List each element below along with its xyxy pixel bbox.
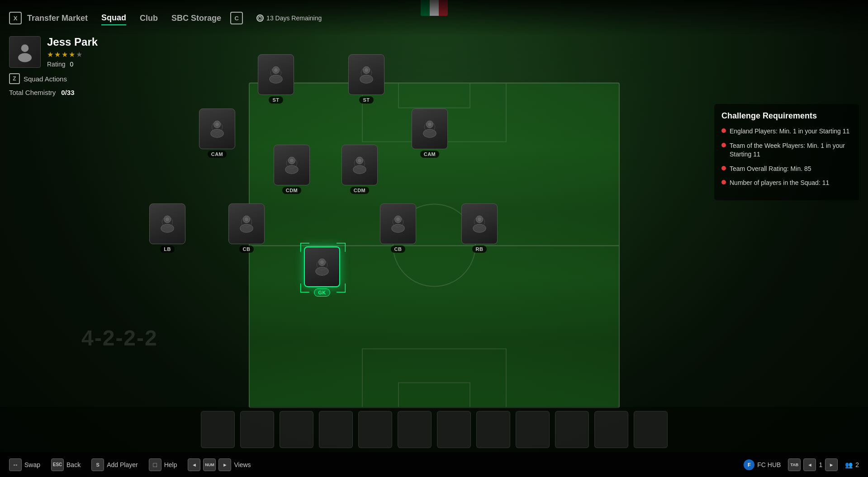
slot-lb[interactable]: LB	[149, 203, 185, 253]
svg-point-3	[21, 44, 29, 52]
help-label: Help	[164, 461, 177, 468]
swap-action[interactable]: ↔ Swap	[9, 458, 40, 471]
svg-point-14	[215, 123, 219, 126]
svg-point-10	[365, 68, 368, 72]
arrow-right-key: ►	[218, 458, 231, 471]
player-count: 👥 2	[845, 461, 859, 468]
svg-point-42	[478, 217, 481, 221]
page-number: 1	[819, 461, 822, 468]
bench-slot-3[interactable]	[280, 411, 313, 448]
svg-point-43	[473, 224, 486, 232]
slot-cb1[interactable]: CB	[228, 203, 265, 253]
slot-label-cam1: CAM	[208, 151, 227, 158]
help-action[interactable]: □ Help	[149, 458, 177, 471]
pagination: TAB ◄ 1 ►	[788, 458, 838, 471]
z-button: Z	[9, 73, 20, 84]
x-button[interactable]: X	[9, 12, 22, 24]
requirement-4: Number of players in the Squad: 11	[721, 179, 852, 188]
next-page-key[interactable]: ►	[825, 458, 838, 471]
slot-card-cam1	[199, 109, 235, 149]
player-name: Jess Park	[47, 36, 136, 48]
svg-point-35	[240, 224, 253, 232]
rating-value: 0	[70, 61, 73, 68]
fc-icon: F	[744, 459, 754, 470]
slot-rb[interactable]: RB	[461, 203, 498, 253]
timer-icon	[256, 14, 264, 22]
arrow-left-key: ◄	[188, 458, 200, 471]
timer-text: 13 Days Remaining	[266, 14, 322, 22]
challenge-requirements-panel: Challenge Requirements England Players: …	[714, 104, 859, 200]
slot-cb2[interactable]: CB	[380, 203, 416, 253]
slot-cdm2[interactable]: CDM	[342, 145, 378, 194]
fc-hub[interactable]: F FC HUB	[744, 459, 781, 470]
c-button[interactable]: C	[230, 12, 243, 24]
tab-squad[interactable]: Squad	[101, 11, 126, 25]
svg-point-7	[270, 75, 282, 83]
slot-card-rb	[461, 203, 498, 244]
bench-slot-10[interactable]	[555, 411, 589, 448]
svg-point-39	[392, 224, 404, 232]
req-dot-2	[721, 143, 726, 147]
req-dot-3	[721, 166, 726, 170]
player-count-value: 2	[855, 461, 859, 468]
bench-slot-5[interactable]	[358, 411, 392, 448]
bench-slot-9[interactable]	[516, 411, 550, 448]
player-info: Jess Park ★ ★ ★ ★ ★ Rating 0	[47, 36, 136, 67]
bench-area	[0, 407, 868, 452]
esc-key: ESC	[51, 458, 64, 471]
svg-point-30	[166, 217, 169, 221]
bench-slot-2[interactable]	[240, 411, 274, 448]
slot-label-st1: ST	[269, 96, 283, 104]
views-action[interactable]: ◄ NUM ► Views	[188, 458, 251, 471]
slot-card-cdm2	[342, 145, 378, 185]
add-player-action[interactable]: S Add Player	[91, 458, 138, 471]
tab-club[interactable]: Club	[140, 12, 158, 25]
slot-cam2[interactable]: CAM	[412, 109, 448, 158]
bench-slot-11[interactable]	[594, 411, 628, 448]
player-rating-row: Rating 0	[47, 61, 136, 68]
tab-sbc-storage[interactable]: SBC Storage	[171, 12, 221, 25]
slot-card-st1	[258, 54, 294, 95]
bench-slot-1[interactable]	[201, 411, 235, 448]
back-label: Back	[66, 461, 81, 468]
star-3: ★	[62, 50, 68, 59]
player-preview: Jess Park ★ ★ ★ ★ ★ Rating 0	[9, 36, 136, 68]
tab-transfer-market[interactable]: Transfer Market	[27, 12, 88, 25]
slot-cam1[interactable]: CAM	[199, 109, 235, 158]
slot-label-cb1: CB	[239, 246, 254, 253]
timer-badge: 13 Days Remaining	[256, 14, 322, 22]
bench-slot-7[interactable]	[437, 411, 471, 448]
slot-st1[interactable]: ST	[258, 54, 294, 104]
svg-point-19	[423, 129, 436, 137]
requirement-1: England Players: Min. 1 in your Starting…	[721, 127, 852, 136]
chemistry-value: 0/33	[61, 89, 74, 96]
svg-point-27	[353, 165, 366, 174]
swap-label: Swap	[24, 461, 40, 468]
bench-slot-4[interactable]	[319, 411, 353, 448]
svg-point-6	[274, 68, 278, 72]
slot-gk[interactable]: GK	[304, 246, 340, 297]
req-text-2: Team of the Week Players: Min. 1 in your…	[730, 142, 852, 159]
slot-label-rb: RB	[472, 246, 487, 253]
slot-cdm1[interactable]: CDM	[274, 145, 310, 194]
svg-point-26	[358, 159, 361, 162]
help-key: □	[149, 458, 161, 471]
svg-point-34	[245, 217, 248, 221]
slot-st2[interactable]: ST	[348, 54, 384, 104]
squad-actions-button[interactable]: Z Squad Actions	[9, 73, 136, 84]
bench-slot-8[interactable]	[476, 411, 510, 448]
bench-slot-12[interactable]	[634, 411, 668, 448]
back-action[interactable]: ESC Back	[51, 458, 81, 471]
bottom-bar: ↔ Swap ESC Back S Add Player □ Help ◄ NU…	[0, 452, 868, 477]
slot-label-lb: LB	[160, 246, 175, 253]
req-text-4: Number of players in the Squad: 11	[730, 179, 829, 188]
slot-label-cdm1: CDM	[282, 187, 302, 194]
slot-card-cb1	[228, 203, 265, 244]
num-key: NUM	[203, 458, 216, 471]
prev-page-key[interactable]: ◄	[803, 458, 816, 471]
req-dot-1	[721, 128, 726, 133]
star-1: ★	[47, 50, 53, 59]
bench-slot-6[interactable]	[398, 411, 432, 448]
req-text-3: Team Overall Rating: Min. 85	[730, 165, 811, 174]
slot-card-lb	[149, 203, 185, 244]
